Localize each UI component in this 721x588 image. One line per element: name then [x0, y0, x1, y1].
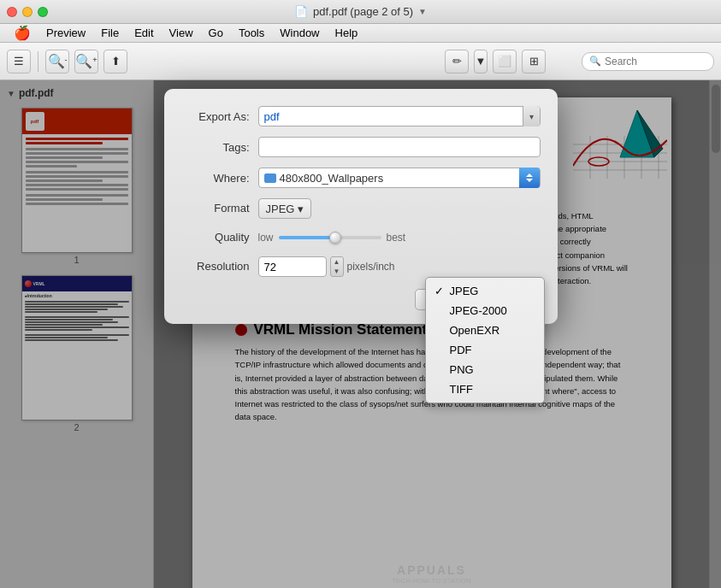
chevron-up-icon	[526, 173, 533, 177]
format-value: JPEG	[266, 203, 295, 215]
stepper-up-icon[interactable]: ▲	[331, 257, 343, 267]
quality-row: Quality low best	[181, 227, 541, 248]
quality-slider: low best	[258, 227, 406, 248]
format-option-png[interactable]: PNG	[426, 360, 544, 379]
menu-file[interactable]: File	[94, 25, 126, 41]
share-button[interactable]: ⬆	[103, 50, 127, 74]
format-row: Format JPEG ▾	[181, 198, 541, 219]
export-dialog: Export As: ▾ Tags: Where: 480x800_Wallpa…	[164, 89, 558, 324]
resolution-row: Resolution ▲ ▼ pixels/inch	[181, 256, 541, 277]
apple-menu[interactable]: 🍎	[7, 23, 38, 43]
resolution-input[interactable]	[258, 256, 327, 277]
export-as-input-container: ▾	[258, 106, 541, 126]
format-option-pdf[interactable]: PDF	[426, 340, 544, 360]
fullscreen-button[interactable]	[38, 7, 48, 17]
zoom-out-button[interactable]: 🔍-	[45, 50, 69, 74]
format-option-jpeg2000[interactable]: JPEG-2000	[426, 301, 544, 320]
chevron-down-icon	[526, 179, 533, 182]
format-chevron-icon: ▾	[298, 203, 304, 215]
menu-window[interactable]: Window	[273, 25, 326, 41]
format-dropdown-button[interactable]: JPEG ▾	[258, 198, 312, 219]
menu-edit[interactable]: Edit	[127, 25, 160, 41]
sidebar-toggle-button[interactable]: ☰	[7, 50, 31, 74]
format-label: Format	[181, 198, 250, 219]
menu-tools[interactable]: Tools	[232, 25, 271, 41]
crop-button[interactable]: ⬜	[493, 50, 517, 74]
menu-view[interactable]: View	[163, 25, 200, 41]
search-bar: 🔍	[582, 52, 714, 71]
quality-best-label: best	[387, 232, 406, 244]
adjust-button[interactable]: ⊞	[522, 50, 546, 74]
format-dropdown-menu: JPEG JPEG-2000 OpenEXR PDF PNG TIFF	[425, 277, 545, 403]
annotate-button[interactable]: ✏	[445, 50, 469, 74]
quality-label: Quality	[181, 227, 250, 248]
title-chevron-icon[interactable]: ▼	[418, 7, 427, 16]
tags-input-container	[258, 137, 541, 157]
zoom-in-button[interactable]: 🔍+	[74, 50, 98, 74]
where-value: 480x800_Wallpapers	[280, 172, 516, 185]
toolbar-separator-1	[38, 51, 38, 72]
tags-row: Tags:	[181, 137, 541, 157]
folder-icon	[264, 173, 276, 183]
export-as-label: Export As:	[181, 110, 250, 123]
export-as-input[interactable]	[264, 110, 523, 123]
resolution-stepper[interactable]: ▲ ▼	[330, 256, 344, 277]
dialog-overlay: Export As: ▾ Tags: Where: 480x800_Wallpa…	[0, 80, 721, 588]
export-as-chevron-icon[interactable]: ▾	[523, 106, 540, 126]
format-select-area: JPEG ▾	[258, 198, 312, 219]
toolbar: ☰ 🔍- 🔍+ ⬆ ✏ ▼ ⬜ ⊞ 🔍	[0, 43, 721, 80]
titlebar: 📄 pdf.pdf (page 2 of 5) ▼	[0, 0, 721, 24]
resolution-controls: ▲ ▼ pixels/inch	[258, 256, 395, 277]
resolution-label: Resolution	[181, 256, 250, 277]
window-title: pdf.pdf (page 2 of 5)	[313, 5, 413, 18]
stepper-down-icon[interactable]: ▼	[331, 267, 343, 276]
close-button[interactable]	[7, 7, 17, 17]
search-input[interactable]	[605, 56, 706, 68]
resolution-unit: pixels/inch	[347, 261, 395, 273]
slider-thumb[interactable]	[329, 232, 341, 244]
search-icon: 🔍	[589, 56, 601, 67]
tags-input[interactable]	[264, 139, 535, 152]
menubar: 🍎 Preview File Edit View Go Tools Window…	[0, 24, 721, 43]
tags-label: Tags:	[181, 141, 250, 154]
document-icon: 📄	[294, 5, 308, 18]
menu-help[interactable]: Help	[328, 25, 365, 41]
menu-preview[interactable]: Preview	[39, 25, 92, 41]
main-area: ▼ pdf.pdf pdf	[0, 80, 721, 588]
export-as-row: Export As: ▾	[181, 106, 541, 126]
menu-go[interactable]: Go	[202, 25, 230, 41]
where-label: Where:	[181, 172, 250, 185]
titlebar-center: 📄 pdf.pdf (page 2 of 5) ▼	[294, 5, 427, 18]
quality-low-label: low	[258, 232, 274, 244]
annotate-chevron[interactable]: ▼	[474, 50, 488, 74]
where-container: 480x800_Wallpapers	[258, 168, 541, 188]
format-option-openexr[interactable]: OpenEXR	[426, 320, 544, 340]
format-option-jpeg[interactable]: JPEG	[426, 281, 544, 301]
slider-track	[279, 236, 381, 239]
traffic-lights	[7, 7, 48, 17]
minimize-button[interactable]	[22, 7, 33, 17]
format-option-tiff[interactable]: TIFF	[426, 379, 544, 399]
where-row: Where: 480x800_Wallpapers	[181, 168, 541, 188]
where-dropdown-button[interactable]	[519, 168, 540, 188]
